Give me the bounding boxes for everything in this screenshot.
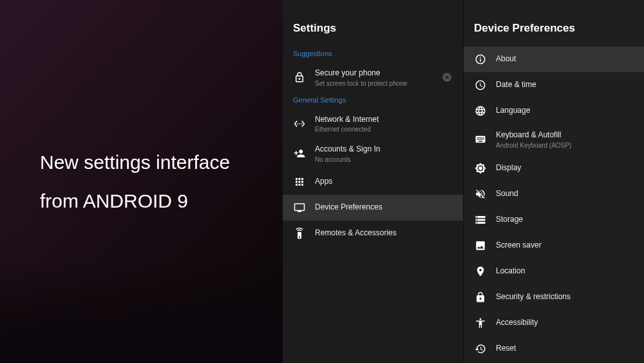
screensaver-label: Screen saver <box>496 240 634 251</box>
language-label: Language <box>496 106 634 116</box>
about-label: About <box>496 54 634 64</box>
pref-item-storage[interactable]: Storage <box>464 207 644 233</box>
hero-line2: from ANDROID 9 <box>40 190 283 212</box>
display-label: Display <box>496 163 634 173</box>
settings-item-network[interactable]: Network & Internet Ethernet connected <box>283 109 463 139</box>
brightness-icon <box>474 162 487 175</box>
dismiss-icon[interactable] <box>441 72 453 83</box>
general-section-label: General Settings <box>283 93 463 109</box>
keyboard-label: Keyboard & Autofill <box>496 130 634 141</box>
accounts-sub: No accounts <box>315 156 453 163</box>
reset-label: Reset <box>496 344 634 354</box>
pref-item-security[interactable]: Security & restrictions <box>464 284 644 310</box>
device-preferences-panel: Device Preferences About Date & time Lan… <box>464 0 644 363</box>
background-mountains <box>0 260 283 363</box>
settings-panel: Settings Suggestions Secure your phone S… <box>283 0 464 363</box>
tv-icon <box>293 201 306 214</box>
keyboard-sub: Android Keyboard (AOSP) <box>496 142 634 149</box>
network-icon <box>293 117 306 130</box>
settings-item-apps[interactable]: Apps <box>283 169 463 195</box>
settings-item-remotes[interactable]: Remotes & Accessories <box>283 221 463 246</box>
network-label: Network & Internet <box>315 115 453 125</box>
globe-icon <box>474 104 487 117</box>
sound-label: Sound <box>496 189 634 199</box>
sound-icon <box>474 188 487 201</box>
pref-item-datetime[interactable]: Date & time <box>464 72 644 98</box>
lock-icon <box>293 71 306 84</box>
secure-phone-sub: Set screen lock to protect phone <box>315 80 436 87</box>
network-sub: Ethernet connected <box>315 126 453 133</box>
device-preferences-title: Device Preferences <box>464 22 644 46</box>
accessibility-icon <box>474 317 487 329</box>
location-icon <box>474 265 487 278</box>
screensaver-icon <box>474 239 487 252</box>
info-icon <box>474 53 487 66</box>
pref-item-sound[interactable]: Sound <box>464 181 644 207</box>
pref-item-keyboard[interactable]: Keyboard & Autofill Android Keyboard (AO… <box>464 124 644 155</box>
hero-line1: New settings interface <box>40 152 283 173</box>
settings-item-secure-phone[interactable]: Secure your phone Set screen lock to pro… <box>283 63 463 93</box>
remote-icon <box>293 227 306 240</box>
secure-phone-label: Secure your phone <box>315 68 436 79</box>
keyboard-icon <box>474 133 487 146</box>
hero-panel: New settings interface from ANDROID 9 <box>0 0 283 363</box>
pref-item-location[interactable]: Location <box>464 259 644 284</box>
account-icon <box>293 147 306 160</box>
apps-label: Apps <box>315 177 453 187</box>
device-preferences-label: Device Preferences <box>315 202 453 213</box>
settings-item-accounts[interactable]: Accounts & Sign In No accounts <box>283 139 463 169</box>
settings-title: Settings <box>283 22 463 46</box>
clock-icon <box>474 79 487 92</box>
suggestions-section-label: Suggestions <box>283 46 463 63</box>
pref-item-accessibility[interactable]: Accessibility <box>464 310 644 336</box>
accessibility-label: Accessibility <box>496 318 634 328</box>
apps-icon <box>293 175 306 188</box>
pref-item-about[interactable]: About <box>464 46 644 72</box>
security-lock-icon <box>474 291 487 304</box>
storage-label: Storage <box>496 215 634 225</box>
reset-icon <box>474 342 487 355</box>
pref-item-language[interactable]: Language <box>464 98 644 124</box>
pref-item-screensaver[interactable]: Screen saver <box>464 233 644 259</box>
pref-item-reset[interactable]: Reset <box>464 336 644 362</box>
storage-icon <box>474 213 487 226</box>
location-label: Location <box>496 266 634 277</box>
settings-item-device-preferences[interactable]: Device Preferences <box>283 195 463 221</box>
remotes-label: Remotes & Accessories <box>315 228 453 239</box>
security-label: Security & restrictions <box>496 292 634 302</box>
datetime-label: Date & time <box>496 80 634 90</box>
pref-item-display[interactable]: Display <box>464 155 644 181</box>
accounts-label: Accounts & Sign In <box>315 144 453 155</box>
